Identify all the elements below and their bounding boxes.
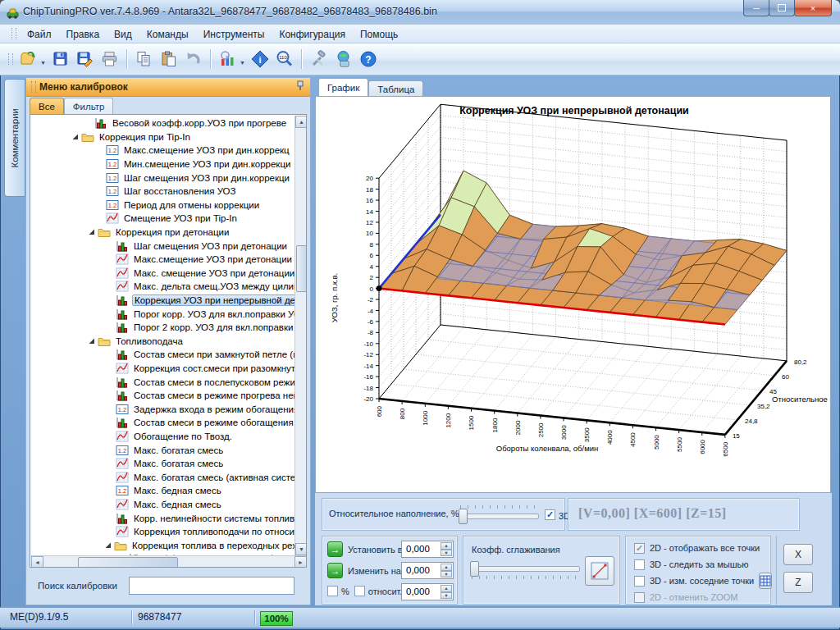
open-file-button[interactable]	[18, 48, 39, 70]
tree-item-label[interactable]: Коррекция при Tip-In	[98, 132, 192, 142]
option-checkbox[interactable]: ✓	[634, 543, 645, 554]
option-checkbox[interactable]	[634, 559, 645, 570]
tree-item-label[interactable]: Макс.смещение УОЗ при дин.коррекц	[122, 145, 291, 155]
scroll-thumb[interactable]	[296, 245, 307, 292]
tree-item-label[interactable]: Шаг смещения УОЗ при детонации	[132, 241, 289, 251]
tree-item-label[interactable]: Состав смеси при замкнутой петле (прогр	[132, 349, 307, 359]
smoothing-slider-thumb[interactable]	[470, 561, 479, 577]
tree-item[interactable]: Весовой коэфф.корр.УОЗ при прогреве	[32, 116, 293, 130]
close-button[interactable]: ×	[794, 0, 832, 16]
relative-checkbox[interactable]	[354, 586, 365, 596]
paste-button[interactable]	[158, 48, 180, 70]
expand-arrow-icon[interactable]	[71, 132, 80, 142]
spinner-up-icon[interactable]: ▲	[441, 585, 452, 592]
help-button[interactable]: ?	[358, 48, 379, 70]
surface-chart[interactable]: -20-18-16-14-12-10-8-6-4-202468101214161…	[316, 97, 830, 492]
change-value-spinner[interactable]: 0,000▲▼	[401, 562, 454, 579]
chart-view-button[interactable]	[217, 48, 239, 70]
tree-item[interactable]: Макс. богатая смесь (активная система s	[32, 470, 293, 484]
z-axis-button[interactable]: Z	[783, 572, 813, 593]
option-checkbox[interactable]	[634, 592, 645, 603]
tab-all[interactable]: Все	[30, 98, 64, 115]
tree-item[interactable]: Макс. бедная смесь	[32, 498, 293, 512]
maximize-button[interactable]	[769, 0, 795, 16]
set-value-spinner[interactable]: 0,000▲▼	[401, 541, 454, 558]
tree-vertical-scrollbar[interactable]: ▲ ▼	[294, 116, 307, 555]
expand-arrow-icon[interactable]	[104, 541, 112, 550]
print-button[interactable]	[99, 48, 121, 70]
tree-item-label[interactable]: Мин.смещение УОЗ при дин.коррекци	[122, 159, 292, 169]
menu-4[interactable]: Инструменты	[196, 26, 272, 43]
tree-item-label[interactable]: Макс.смещение УОЗ при детонации	[132, 254, 294, 264]
tree-item[interactable]: 1.2Шаг восстановления УОЗ	[32, 185, 293, 199]
scroll-up-icon[interactable]: ▲	[295, 116, 307, 128]
tree-item-label[interactable]: Коррекция УОЗ при непрерывной дето	[132, 294, 307, 306]
title-bar[interactable]: ChipTuningPRO ver.7.4.8.969 - Antara32L_…	[0, 0, 840, 25]
hscroll-thumb[interactable]	[78, 557, 178, 568]
tree-item[interactable]: Коррекция при детонации	[32, 226, 293, 240]
tree-item-label[interactable]: Состав смеси в режиме прогрева нейтрал	[132, 390, 307, 400]
tree-item[interactable]: Макс. дельта смещ.УОЗ между цилин	[32, 280, 293, 294]
expand-arrow-icon[interactable]	[88, 336, 96, 346]
relative-value-spinner[interactable]: 0,000▲▼	[401, 583, 454, 600]
tree-item[interactable]: Коррекция УОЗ при непрерывной дето	[32, 294, 293, 308]
web-button[interactable]	[333, 48, 354, 70]
tree-item-label[interactable]: Обогащение по Твозд.	[132, 431, 234, 441]
tree-item-label[interactable]: Состав смеси в режиме обогащения	[132, 418, 295, 427]
tree-item[interactable]: Корр. нелинейности системы топливопода	[32, 511, 293, 525]
tree-item-label[interactable]: Коррекция при детонации	[114, 227, 231, 237]
spinner-up-icon[interactable]: ▲	[441, 542, 452, 550]
pin-icon[interactable]	[295, 80, 305, 94]
x-axis-button[interactable]: X	[783, 544, 813, 565]
menu-5[interactable]: Конфигурация	[272, 26, 353, 43]
tree-item[interactable]: 1.2Период для отмены коррекции	[32, 199, 293, 212]
minimize-button[interactable]: ─	[743, 0, 769, 16]
tree-item[interactable]: Топливоподача	[32, 335, 293, 349]
tree-item-label[interactable]: Коррекция сост.смеси при разомкнутой п	[132, 363, 307, 373]
comments-side-tab[interactable]: Комментарии	[4, 79, 25, 197]
tab-chart[interactable]: График	[318, 78, 368, 97]
apply-change-button[interactable]: →	[327, 563, 343, 578]
tree-item-label[interactable]: Шаг восстановления УОЗ	[122, 186, 237, 196]
scroll-left-icon[interactable]: ◄	[31, 556, 43, 568]
tree-item-label[interactable]: Топливоподача	[114, 336, 185, 346]
tree-item-label[interactable]: Макс. бедная смесь	[132, 500, 223, 509]
tree-item[interactable]: 1.2Задержка входа в режим обогащения	[32, 402, 293, 416]
tree-item-label[interactable]: Состав смеси в послепусковом режиме	[132, 377, 307, 387]
tree-item-label[interactable]: Макс. богатая смесь (активная система s	[132, 472, 307, 482]
tree-item[interactable]: Макс. богатая смесь	[32, 457, 293, 471]
tree-item-label[interactable]: Смещение УОЗ при Tip-In	[122, 213, 239, 223]
grid-edit-button[interactable]	[759, 573, 772, 589]
tree-item-label[interactable]: Задержка входа в режим обогащения	[132, 404, 300, 414]
tree-item-label[interactable]: Коррекция топлива в переходных режима:	[130, 541, 307, 550]
apply-set-button[interactable]: →	[327, 541, 343, 557]
tree-item[interactable]: 1.2Макс. бедная смесь	[32, 484, 293, 498]
fill-slider-thumb[interactable]	[459, 509, 468, 524]
tree-item-label[interactable]: Макс. бедная смесь	[132, 486, 223, 495]
tree-item-label[interactable]: Макс. богатая смесь	[132, 445, 225, 455]
tree-item-label[interactable]: Период для отмены коррекции	[122, 200, 261, 210]
tree-horizontal-scrollbar[interactable]: ◄ ►	[31, 555, 307, 568]
dropdown-arrow-icon[interactable]: ▼	[240, 60, 245, 66]
menu-1[interactable]: Правка	[59, 26, 107, 43]
tools-button[interactable]	[308, 48, 330, 70]
tree-item-label[interactable]: Макс. смещение УОЗ при детонации (	[132, 268, 302, 278]
tree-item[interactable]: Коррекция сост.смеси при разомкнутой п	[32, 362, 293, 376]
interpolate-button[interactable]	[585, 556, 614, 586]
tree-item[interactable]: Порог 2 корр. УОЗ для вкл.поправки У	[32, 321, 293, 335]
tree-item[interactable]: 1.2Мин.смещение УОЗ при дин.коррекци	[32, 158, 293, 171]
3d-checkbox[interactable]: ✓	[545, 509, 555, 520]
tree-item-label[interactable]: Коррекция топливоподачи по относит.давл	[132, 527, 307, 536]
tree-item[interactable]: Макс.смещение УОЗ при детонации	[32, 253, 293, 267]
chart-area[interactable]: -20-18-16-14-12-10-8-6-4-202468101214161…	[315, 96, 831, 493]
spinner-up-icon[interactable]: ▲	[441, 564, 452, 571]
tree-item[interactable]: Состав смеси при замкнутой петле (прогр	[32, 348, 293, 362]
dropdown-arrow-icon[interactable]: ▼	[40, 60, 46, 66]
undo-button[interactable]	[183, 48, 204, 70]
tree-item[interactable]: Коррекция топливоподачи по относит.давл	[32, 525, 293, 539]
menu-2[interactable]: Вид	[107, 26, 139, 43]
expand-arrow-icon[interactable]	[88, 227, 96, 237]
scroll-down-icon[interactable]: ▼	[295, 543, 307, 555]
tree-item-label[interactable]: Весовой коэфф.корр.УОЗ при прогреве	[111, 118, 288, 128]
tree-item[interactable]: 1.2Шаг смещения УОЗ при дин.коррекци	[32, 171, 293, 185]
